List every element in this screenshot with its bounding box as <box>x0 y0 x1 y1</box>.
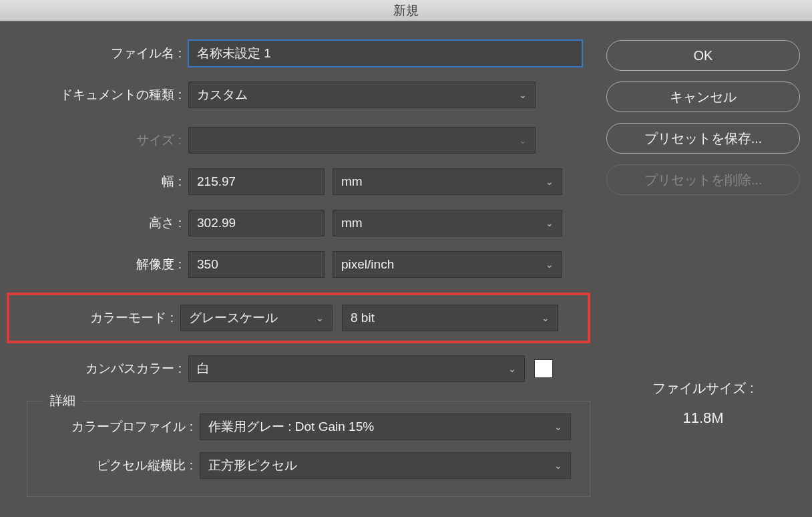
pixel-aspect-row: ピクセル縦横比 : 正方形ピクセル ⌄ <box>27 452 590 479</box>
size-label: サイズ : <box>12 132 188 149</box>
file-size-label: ファイルサイズ : <box>652 379 753 397</box>
chevron-down-icon: ⌄ <box>519 135 527 146</box>
bit-depth-select[interactable]: 8 bit ⌄ <box>342 305 558 331</box>
chevron-down-icon: ⌄ <box>546 176 554 187</box>
advanced-legend: 詳細 <box>43 392 82 409</box>
chevron-down-icon: ⌄ <box>546 259 554 270</box>
chevron-down-icon: ⌄ <box>546 218 554 228</box>
cancel-button[interactable]: キャンセル <box>606 81 800 112</box>
filename-label: ファイル名 : <box>12 45 188 62</box>
doc-type-label: ドキュメントの種類 : <box>12 86 188 104</box>
ok-button[interactable]: OK <box>606 40 800 71</box>
canvas-color-swatch[interactable] <box>534 359 553 378</box>
bit-depth-value: 8 bit <box>351 311 375 325</box>
color-profile-select[interactable]: 作業用グレー : Dot Gain 15% ⌄ <box>200 413 571 440</box>
width-unit-select[interactable]: mm ⌄ <box>333 168 562 195</box>
color-mode-value: グレースケール <box>189 309 278 327</box>
file-size-section: ファイルサイズ : 11.8M <box>652 379 753 427</box>
resolution-row: 解像度 : pixel/inch ⌄ <box>12 251 590 278</box>
color-mode-label: カラーモード : <box>9 309 180 327</box>
color-profile-value: 作業用グレー : Dot Gain 15% <box>208 418 374 436</box>
dialog-body: ファイル名 : ドキュメントの種類 : カスタム ⌄ サイズ : ⌄ 幅 : m… <box>0 21 812 517</box>
width-row: 幅 : mm ⌄ <box>12 168 590 195</box>
file-size-value: 11.8M <box>652 409 753 427</box>
doc-type-row: ドキュメントの種類 : カスタム ⌄ <box>12 81 590 108</box>
pixel-aspect-select[interactable]: 正方形ピクセル ⌄ <box>200 452 571 479</box>
width-unit-value: mm <box>341 174 363 189</box>
advanced-fieldset: 詳細 カラープロファイル : 作業用グレー : Dot Gain 15% ⌄ ピ… <box>27 401 590 497</box>
chevron-down-icon: ⌄ <box>316 313 324 323</box>
canvas-color-row: カンバスカラー : 白 ⌄ <box>12 355 590 382</box>
pixel-aspect-value: 正方形ピクセル <box>208 457 297 474</box>
resolution-unit-select[interactable]: pixel/inch ⌄ <box>333 251 562 278</box>
height-label: 高さ : <box>12 214 188 232</box>
chevron-down-icon: ⌄ <box>519 90 527 100</box>
chevron-down-icon: ⌄ <box>554 460 562 471</box>
height-input[interactable] <box>188 210 325 236</box>
canvas-color-value: 白 <box>197 360 210 377</box>
delete-preset-button: プリセットを削除... <box>606 164 800 195</box>
button-panel: OK キャンセル プリセットを保存... プリセットを削除... ファイルサイズ… <box>602 40 804 509</box>
color-profile-label: カラープロファイル : <box>27 418 200 436</box>
canvas-color-select[interactable]: 白 ⌄ <box>188 355 525 382</box>
size-select: ⌄ <box>188 127 536 154</box>
color-mode-select[interactable]: グレースケール ⌄ <box>180 305 333 331</box>
pixel-aspect-label: ピクセル縦横比 : <box>27 457 200 474</box>
width-label: 幅 : <box>12 173 188 190</box>
resolution-input[interactable] <box>188 251 325 278</box>
resolution-unit-value: pixel/inch <box>341 257 394 272</box>
doc-type-select[interactable]: カスタム ⌄ <box>188 81 536 108</box>
height-unit-value: mm <box>341 216 363 230</box>
canvas-color-label: カンバスカラー : <box>12 360 188 377</box>
resolution-label: 解像度 : <box>12 256 188 273</box>
form-panel: ファイル名 : ドキュメントの種類 : カスタム ⌄ サイズ : ⌄ 幅 : m… <box>12 40 602 509</box>
chevron-down-icon: ⌄ <box>554 421 562 432</box>
doc-type-value: カスタム <box>197 86 248 104</box>
chevron-down-icon: ⌄ <box>542 313 550 323</box>
width-input[interactable] <box>188 168 325 195</box>
filename-row: ファイル名 : <box>12 40 590 67</box>
chevron-down-icon: ⌄ <box>508 363 516 374</box>
color-mode-row-highlighted: カラーモード : グレースケール ⌄ 8 bit ⌄ <box>7 293 590 343</box>
dialog-title: 新規 <box>393 2 419 19</box>
height-row: 高さ : mm ⌄ <box>12 210 590 236</box>
size-row: サイズ : ⌄ <box>12 127 590 154</box>
dialog-titlebar: 新規 <box>0 0 812 21</box>
save-preset-button[interactable]: プリセットを保存... <box>606 123 800 154</box>
color-profile-row: カラープロファイル : 作業用グレー : Dot Gain 15% ⌄ <box>27 413 590 440</box>
height-unit-select[interactable]: mm ⌄ <box>333 210 562 236</box>
filename-input[interactable] <box>188 40 582 67</box>
